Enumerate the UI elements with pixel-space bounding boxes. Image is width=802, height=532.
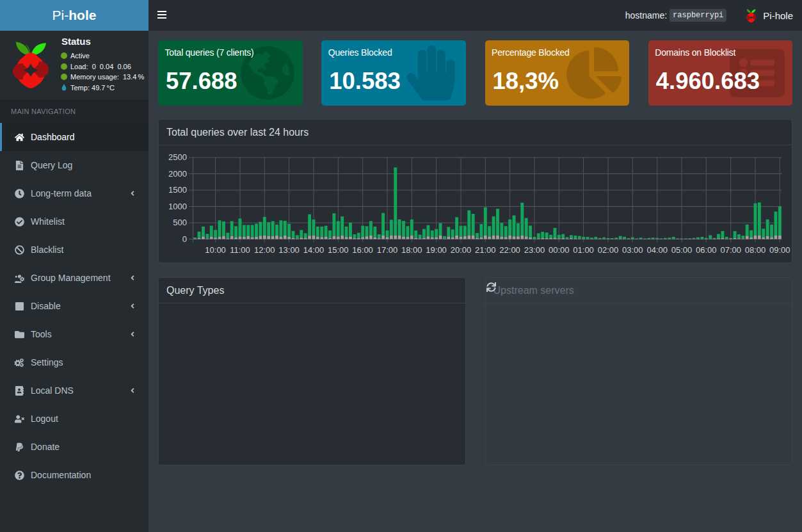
svg-text:10:00: 10:00 <box>205 245 226 255</box>
svg-text:11:00: 11:00 <box>230 245 250 255</box>
svg-text:03:00: 03:00 <box>622 245 643 255</box>
svg-text:1500: 1500 <box>168 185 187 195</box>
svg-text:500: 500 <box>173 218 187 227</box>
svg-text:18:00: 18:00 <box>401 245 422 255</box>
svg-text:06:00: 06:00 <box>696 245 717 255</box>
svg-text:22:00: 22:00 <box>499 245 520 255</box>
svg-text:2000: 2000 <box>168 169 187 179</box>
svg-text:08:00: 08:00 <box>745 245 766 255</box>
svg-text:01:00: 01:00 <box>573 245 594 255</box>
svg-text:04:00: 04:00 <box>646 245 668 255</box>
svg-text:00:00: 00:00 <box>549 245 570 255</box>
svg-text:17:00: 17:00 <box>377 245 398 255</box>
svg-text:19:00: 19:00 <box>426 245 447 255</box>
svg-text:07:00: 07:00 <box>720 245 741 255</box>
svg-text:14:00: 14:00 <box>303 245 325 255</box>
svg-text:16:00: 16:00 <box>352 245 373 255</box>
svg-text:20:00: 20:00 <box>451 245 472 255</box>
svg-text:09:00: 09:00 <box>769 245 790 255</box>
svg-text:2500: 2500 <box>168 152 187 162</box>
svg-text:02:00: 02:00 <box>598 245 619 255</box>
svg-text:15:00: 15:00 <box>328 245 349 255</box>
svg-text:23:00: 23:00 <box>524 245 545 255</box>
svg-text:05:00: 05:00 <box>671 245 693 255</box>
svg-text:12:00: 12:00 <box>254 245 275 255</box>
svg-text:21:00: 21:00 <box>475 245 496 255</box>
svg-text:13:00: 13:00 <box>278 245 300 255</box>
svg-text:1000: 1000 <box>168 202 187 211</box>
svg-text:0: 0 <box>182 234 187 244</box>
